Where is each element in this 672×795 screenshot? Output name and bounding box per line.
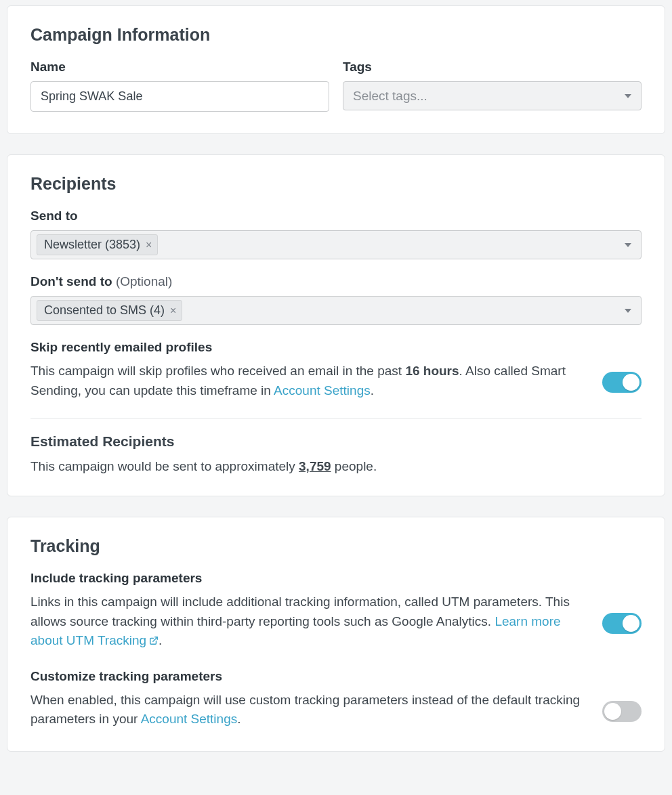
account-settings-link[interactable]: Account Settings <box>141 712 238 726</box>
campaign-information-card: Campaign Information Name Tags Select ta… <box>7 5 665 134</box>
chevron-down-icon <box>625 243 631 247</box>
include-tracking-heading: Include tracking parameters <box>30 571 642 586</box>
estimated-count: 3,759 <box>299 459 331 473</box>
estimated-recipients-heading: Estimated Recipients <box>30 433 642 450</box>
tags-placeholder: Select tags... <box>349 89 427 104</box>
customize-tracking-toggle[interactable] <box>602 701 642 722</box>
skip-recently-toggle[interactable] <box>602 372 642 393</box>
customize-tracking-description: When enabled, this campaign will use cus… <box>30 691 582 729</box>
campaign-name-input[interactable] <box>30 81 329 112</box>
chevron-down-icon <box>625 309 631 313</box>
dont-send-chip: Consented to SMS (4) × <box>37 300 182 321</box>
customize-tracking-heading: Customize tracking parameters <box>30 669 642 684</box>
skip-recently-description: This campaign will skip profiles who rec… <box>30 362 582 400</box>
recipients-title: Recipients <box>30 174 642 194</box>
chip-label: Newsletter (3853) <box>44 238 140 252</box>
send-to-select[interactable]: Newsletter (3853) × <box>30 230 642 259</box>
divider <box>30 418 642 418</box>
external-link-icon <box>149 632 159 651</box>
send-to-label: Send to <box>30 209 642 223</box>
estimated-recipients-text: This campaign would be sent to approxima… <box>30 459 642 474</box>
optional-text: (Optional) <box>116 274 172 288</box>
include-tracking-toggle[interactable] <box>602 613 642 634</box>
account-settings-link[interactable]: Account Settings <box>274 383 371 398</box>
chip-label: Consented to SMS (4) <box>44 303 165 318</box>
send-to-chip: Newsletter (3853) × <box>37 234 158 255</box>
dont-send-to-select[interactable]: Consented to SMS (4) × <box>30 296 642 325</box>
svg-line-0 <box>153 637 157 641</box>
chip-remove-icon[interactable]: × <box>146 240 152 251</box>
campaign-info-title: Campaign Information <box>30 25 642 45</box>
chevron-down-icon <box>625 94 631 98</box>
tags-label: Tags <box>343 60 642 74</box>
tags-select[interactable]: Select tags... <box>343 81 642 110</box>
include-tracking-description: Links in this campaign will include addi… <box>30 593 582 651</box>
dont-send-to-label: Don't send to (Optional) <box>30 274 642 289</box>
tracking-card: Tracking Include tracking parameters Lin… <box>7 517 665 752</box>
recipients-card: Recipients Send to Newsletter (3853) × D… <box>7 154 665 496</box>
tracking-title: Tracking <box>30 536 642 556</box>
skip-recently-heading: Skip recently emailed profiles <box>30 340 642 355</box>
chip-remove-icon[interactable]: × <box>170 305 176 316</box>
name-label: Name <box>30 60 329 74</box>
skip-hours: 16 hours <box>405 364 459 378</box>
